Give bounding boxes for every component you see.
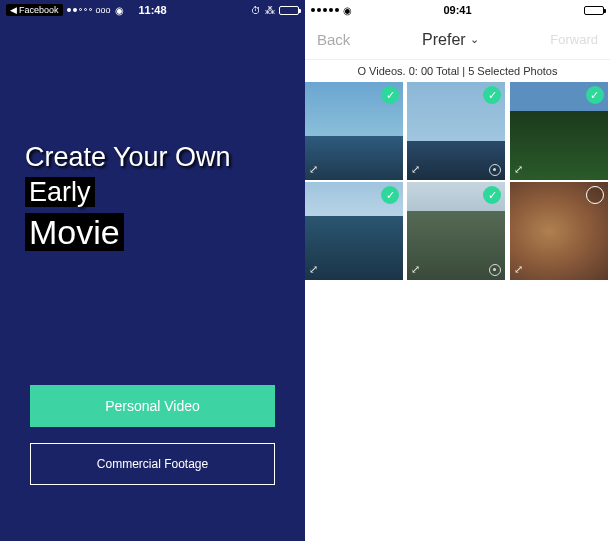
battery-icon xyxy=(279,6,299,15)
status-bar-right: ◉ 09:41 xyxy=(305,0,610,20)
check-selected-icon[interactable]: ✓ xyxy=(381,86,399,104)
expand-icon[interactable]: ⤢ xyxy=(411,163,420,176)
chevron-down-icon: ⌄ xyxy=(470,33,479,46)
battery-icon xyxy=(584,6,604,15)
photo-thumb[interactable]: ✓⤢ xyxy=(407,182,505,280)
status-time: 09:41 xyxy=(443,4,471,16)
hero-line-1: Create Your Own xyxy=(25,140,280,175)
selection-info: O Videos. 0: 00 Total | 5 Selected Photo… xyxy=(305,60,610,82)
expand-icon[interactable]: ⤢ xyxy=(411,263,420,276)
status-bar-left: ◀Facebook ooo ◉ 11:48 ⏱ ⁂ xyxy=(0,0,305,20)
hero-line-2: Early xyxy=(25,175,91,210)
button-group: Personal Video Commercial Footage xyxy=(30,385,275,501)
commercial-footage-button[interactable]: Commercial Footage xyxy=(30,443,275,485)
status-time: 11:48 xyxy=(138,4,166,16)
welcome-screen: ◀Facebook ooo ◉ 11:48 ⏱ ⁂ Create Your Ow… xyxy=(0,0,305,541)
nav-title-dropdown[interactable]: Prefer ⌄ xyxy=(422,31,479,49)
personal-video-button[interactable]: Personal Video xyxy=(30,385,275,427)
photo-thumb[interactable]: ⤢ xyxy=(510,182,608,280)
hero-text: Create Your Own Early Movie xyxy=(0,20,305,254)
expand-icon[interactable]: ⤢ xyxy=(309,163,318,176)
wifi-icon: ◉ xyxy=(115,5,124,16)
photo-thumb[interactable]: ✓⤢ xyxy=(510,82,608,180)
hero-line-3: Movie xyxy=(25,210,120,254)
carrier-label: ooo xyxy=(96,5,111,15)
expand-icon[interactable]: ⤢ xyxy=(514,263,523,276)
expand-icon[interactable]: ⤢ xyxy=(514,163,523,176)
bluetooth-icon: ⁂ xyxy=(265,5,275,16)
photo-thumb[interactable]: ✓⤢ xyxy=(407,82,505,180)
photo-thumb[interactable]: ✓⤢ xyxy=(305,82,403,180)
check-unselected-icon[interactable] xyxy=(586,186,604,204)
photo-picker-screen: ◉ 09:41 Back Prefer ⌄ Forward O Videos. … xyxy=(305,0,610,541)
photo-grid: ✓⤢✓⤢✓⤢✓⤢✓⤢⤢ xyxy=(305,82,610,280)
signal-dots xyxy=(67,8,92,12)
nav-forward-button[interactable]: Forward xyxy=(550,32,598,47)
expand-icon[interactable]: ⤢ xyxy=(309,263,318,276)
back-to-app[interactable]: ◀Facebook xyxy=(6,4,63,16)
nav-back-button[interactable]: Back xyxy=(317,31,350,48)
check-selected-icon[interactable]: ✓ xyxy=(586,86,604,104)
alarm-icon: ⏱ xyxy=(251,5,261,16)
nav-bar: Back Prefer ⌄ Forward xyxy=(305,20,610,60)
wifi-icon: ◉ xyxy=(343,5,352,16)
photo-thumb[interactable]: ✓⤢ xyxy=(305,182,403,280)
signal-dots xyxy=(311,8,339,12)
check-selected-icon[interactable]: ✓ xyxy=(381,186,399,204)
